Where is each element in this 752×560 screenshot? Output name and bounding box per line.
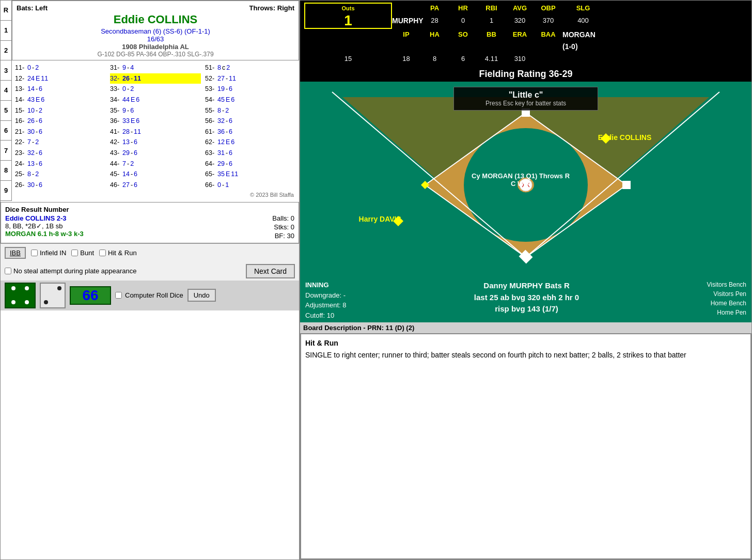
buttons-row: IBB Infield IN Bunt Hit & Run bbox=[1, 243, 299, 262]
result-row: 14- 43E 6 bbox=[15, 95, 106, 105]
morgan-name: MORGAN (1-0) bbox=[562, 29, 604, 54]
murphy-slg: 400 bbox=[562, 15, 604, 28]
hit-run-input[interactable] bbox=[99, 250, 106, 256]
no-steal-input[interactable] bbox=[5, 268, 11, 274]
sb-hr-header: HR bbox=[449, 3, 477, 15]
hit-run-checkbox[interactable]: Hit & Run bbox=[99, 249, 137, 257]
player-info: Bats: Left Throws: Right Eddie COLLINS S… bbox=[12, 1, 299, 60]
sb-ha-header: HA bbox=[420, 29, 449, 54]
undo-button[interactable]: Undo bbox=[187, 289, 216, 302]
popup-sub: Press Esc key for batter stats bbox=[464, 100, 587, 107]
morgan-bb: 6 bbox=[449, 53, 477, 65]
result-row: 34- 44E 6 bbox=[110, 95, 201, 105]
white-die bbox=[40, 283, 66, 308]
result-row: 41- 28- 11 bbox=[110, 127, 201, 137]
row-label-5: 5 bbox=[1, 101, 11, 121]
popup-box: "Little c" Press Esc key for batter stat… bbox=[453, 87, 598, 111]
result-row: 52- 27 - 11 bbox=[205, 73, 296, 84]
next-card-button[interactable]: Next Card bbox=[246, 264, 295, 278]
results-col-1: 11- 0 - 2 12- 24E 11 13- 14 - 6 14- bbox=[15, 63, 106, 191]
balls-display: Balls: 0 bbox=[272, 214, 294, 222]
results-col-3: 51- 8c 2 52- 27 - 11 53- 19 - 6 54- bbox=[205, 63, 296, 191]
no-steal-row: No steal attempt during plate appearance… bbox=[1, 262, 299, 281]
sb-slg-header: SLG bbox=[562, 3, 604, 15]
row-label-2: 2 bbox=[1, 41, 11, 61]
row-label-8: 8 bbox=[1, 161, 11, 181]
player-team: 1908 Philadelphia AL bbox=[17, 43, 294, 51]
board-desc-text: SINGLE to right center; runner to third;… bbox=[305, 349, 746, 361]
row-label-3: 3 bbox=[1, 60, 11, 81]
row-label-4: 4 bbox=[1, 81, 11, 101]
player-name: Eddie COLLINS bbox=[17, 13, 294, 26]
throws-label: Throws: Right bbox=[249, 4, 294, 12]
computer-roll-row: Computer Roll Dice bbox=[115, 291, 183, 299]
sb-spacer bbox=[392, 3, 420, 15]
computer-roll-label: Computer Roll Dice bbox=[125, 291, 183, 299]
dice-result-left: Eddie COLLINS 2-3 8, BB, *2B✓, 1B sb MOR… bbox=[5, 214, 243, 240]
result-row: 31- 9 - 4 bbox=[110, 63, 201, 73]
sb-spacer2 bbox=[304, 29, 392, 54]
result-row: 45- 14 - 6 bbox=[110, 169, 201, 180]
player-number: 16/63 bbox=[17, 35, 294, 43]
ibb-button[interactable]: IBB bbox=[5, 247, 26, 259]
copyright: © 2023 Bill Staffa bbox=[15, 191, 296, 199]
computer-roll-checkbox[interactable] bbox=[115, 292, 122, 299]
murphy-avg: 320 bbox=[506, 15, 534, 28]
result-row: 13- 14 - 6 bbox=[15, 84, 106, 95]
result-row: 35- 9 - 6 bbox=[110, 105, 201, 116]
murphy-pa: 28 bbox=[420, 15, 449, 28]
green-die bbox=[5, 283, 36, 308]
stks-display: Stks: 0 bbox=[274, 223, 294, 231]
no-steal-checkbox[interactable]: No steal attempt during plate appearance bbox=[5, 267, 137, 275]
result-row: 43- 29 - 6 bbox=[110, 148, 201, 159]
result-row: 21- 30 - 6 bbox=[15, 127, 106, 137]
result-row: 51- 8c 2 bbox=[205, 63, 296, 73]
batter-info-center: Danny MURPHY Bats R last 25 ab bvg 320 e… bbox=[347, 280, 707, 320]
result-row: 61- 36 - 6 bbox=[205, 127, 296, 137]
sb-obp-header: OBP bbox=[534, 3, 562, 15]
dice-result-name: Eddie COLLINS 2-3 bbox=[5, 214, 243, 222]
bench-labels: Visitors Bench Visitors Pen Home Bench H… bbox=[707, 280, 746, 320]
morgan-ip: 15 bbox=[304, 53, 392, 65]
sb-baa-header: BAA bbox=[534, 29, 562, 54]
result-row: 42- 13 - 6 bbox=[110, 137, 201, 148]
sb-so-header: SO bbox=[449, 29, 477, 54]
result-row: 22- 7 - 2 bbox=[15, 137, 106, 148]
sb-ip-header: IP bbox=[392, 29, 420, 54]
result-row: 23- 32 - 6 bbox=[15, 148, 106, 159]
dice-number: 66 bbox=[70, 286, 111, 305]
infield-in-input[interactable] bbox=[31, 250, 38, 256]
svg-rect-9 bbox=[622, 181, 631, 189]
sb-bb-header: BB bbox=[477, 29, 506, 54]
infield-in-checkbox[interactable]: Infield IN bbox=[31, 249, 66, 257]
bunt-checkbox[interactable]: Bunt bbox=[71, 249, 94, 257]
eddie-collins-label: Eddie COLLINS bbox=[598, 133, 651, 142]
row-label-r: R bbox=[1, 1, 11, 21]
murphy-hr: 0 bbox=[449, 15, 477, 28]
right-panel: PA HR RBI AVG OBP SLG Outs 1 MURPHY 28 0… bbox=[300, 0, 752, 560]
popup-title: "Little c" bbox=[464, 90, 587, 100]
results-col-2: 31- 9 - 4 32- 26 - 11 33- 0 - 2 34- bbox=[110, 63, 201, 191]
morgan-ha: 18 bbox=[392, 53, 420, 65]
row-label-7: 7 bbox=[1, 141, 11, 161]
result-row: 54- 45E 6 bbox=[205, 95, 296, 105]
player-card: R 1 2 3 4 5 6 7 8 9 Bats: Left Throws: R… bbox=[1, 1, 299, 201]
dice-display-row: 66 Computer Roll Dice Undo bbox=[1, 281, 299, 310]
board-desc-title: Board Description - PRN: 11 (D) (2) bbox=[300, 322, 751, 333]
dice-result-inner: Eddie COLLINS 2-3 8, BB, *2B✓, 1B sb MOR… bbox=[5, 214, 294, 240]
fielding-rating: Fielding Rating 36-29 bbox=[300, 67, 751, 82]
sb-rbi-header: RBI bbox=[477, 3, 506, 15]
result-row: 12- 24E 11 bbox=[15, 73, 106, 84]
bunt-input[interactable] bbox=[71, 250, 78, 256]
outs-cell: Outs 1 bbox=[304, 3, 392, 29]
dice-result-title: Dice Result Number bbox=[5, 206, 294, 213]
morgan-baa: 310 bbox=[506, 53, 534, 65]
result-row: 62- 12E 6 bbox=[205, 137, 296, 148]
row-label-1: 1 bbox=[1, 21, 11, 41]
row-label-6: 6 bbox=[1, 121, 11, 141]
row-label-9: 9 bbox=[1, 181, 11, 201]
sb-pa-header: PA bbox=[420, 3, 449, 15]
result-row: 65- 35E 11 bbox=[205, 169, 296, 180]
player-card-header: Bats: Left Throws: Right bbox=[17, 4, 294, 12]
result-row: 24- 13 - 6 bbox=[15, 159, 106, 169]
